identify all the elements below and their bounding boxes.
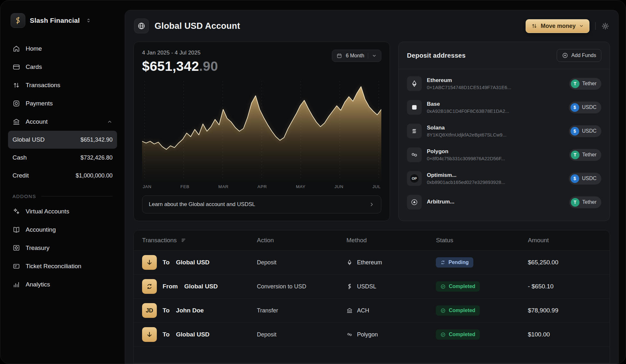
sidebar-item-label: Payments: [26, 100, 53, 107]
sidebar-account-credit[interactable]: Credit $1,000,000.00: [8, 167, 117, 185]
chevron-down-icon: [372, 53, 377, 58]
sidebar-item-label: Home: [26, 45, 42, 52]
globe-icon: [134, 19, 149, 33]
sidebar-item-label: Ticket Reconciliation: [26, 263, 81, 270]
conversion-icon: [142, 279, 157, 294]
sidebar-item-cards[interactable]: Cards: [8, 58, 117, 76]
balance-cents: .90: [199, 59, 218, 74]
deposit-arrow-icon: [142, 255, 157, 270]
table-row[interactable]: To Global USD Deposit Ethereum Pending $…: [134, 251, 610, 275]
deposit-row-base[interactable]: Base 0xA92B18C1D4F0F8C63B78E1DA2... $ US…: [399, 95, 610, 119]
card-icon: [13, 63, 20, 71]
sidebar-item-analytics[interactable]: Analytics: [8, 275, 117, 294]
tx-counterparty: Global USD: [184, 283, 218, 290]
plus-circle-icon: [562, 52, 568, 59]
deposit-title: Deposit addresses: [407, 52, 466, 59]
optimism-icon: OP: [407, 171, 422, 186]
network-address: 0×1ABC7154748D1CE5149F7A31E6...: [427, 85, 511, 90]
network-name: Arbitrum...: [427, 199, 454, 205]
avatar: JD: [142, 303, 157, 318]
home-icon: [13, 45, 20, 53]
sidebar-item-label: Transactions: [26, 82, 60, 89]
period-selector[interactable]: 6 Month: [332, 50, 381, 62]
tx-action: Deposit: [257, 331, 346, 338]
sidebar-item-transactions[interactable]: Transactions: [8, 76, 117, 94]
token-badge: $ USDC: [569, 125, 601, 137]
tx-action: Deposit: [257, 259, 346, 266]
balance-chart-card: 4 Jan 2025 - 4 Jul 2025 $651,342.90 6 Mo…: [133, 42, 390, 221]
bank-icon: [13, 118, 20, 126]
table-row[interactable]: To Global USD Deposit Polygon Completed …: [134, 323, 610, 347]
main-panel: Global USD Account Move money 4 Jan 2025…: [125, 10, 619, 364]
header-divider: [595, 22, 596, 30]
workspace-name: Slash Financial: [30, 17, 80, 24]
account-balance: $651,342.90: [80, 136, 113, 143]
polygon-icon: [346, 331, 353, 338]
add-funds-button[interactable]: Add Funds: [557, 49, 601, 62]
move-money-button[interactable]: Move money: [526, 19, 589, 33]
sidebar-item-account[interactable]: Account: [8, 112, 117, 131]
tx-amount: $100.00: [528, 331, 601, 338]
check-circle-icon: [440, 284, 446, 289]
tx-direction: From: [163, 283, 178, 290]
arrows-updown-icon: [13, 81, 20, 89]
column-amount: Amount: [528, 237, 601, 244]
sidebar-item-label: Accounting: [26, 226, 56, 233]
x-tick: APR: [258, 184, 267, 189]
top-cards-row: 4 Jan 2025 - 4 Jul 2025 $651,342.90 6 Mo…: [125, 34, 618, 221]
token-name: USDC: [582, 176, 596, 181]
period-divider: [368, 53, 368, 59]
table-row[interactable]: JD To John Doe Transfer ACH Completed $7…: [134, 299, 610, 323]
sidebar: Slash Financial Home Cards Transactions …: [0, 0, 125, 364]
column-transactions: Transactions: [142, 237, 177, 244]
sidebar-item-accounting[interactable]: Accounting: [8, 220, 117, 239]
deposit-row-ethereum[interactable]: Ethereum 0×1ABC7154748D1CE5149F7A31E6...…: [399, 72, 610, 95]
deposit-row-arbitrum[interactable]: Arbitrum... T Tether: [399, 190, 610, 214]
account-label: Cash: [13, 154, 27, 161]
tx-method-name: USDSL: [357, 283, 376, 290]
workspace-switcher[interactable]: Slash Financial: [8, 13, 117, 28]
table-row[interactable]: From Global USD Conversion to USD USDSL …: [134, 275, 610, 299]
filter-icon[interactable]: [181, 237, 187, 244]
chart-canvas: [142, 79, 381, 181]
learn-banner[interactable]: Learn about the Global account and USDSL: [142, 195, 381, 213]
sidebar-item-virtual-accounts[interactable]: Virtual Accounts: [8, 202, 117, 220]
tx-counterparty: John Doe: [176, 307, 204, 314]
token-badge: T Tether: [569, 78, 601, 90]
tether-icon: T: [571, 79, 579, 88]
network-info: Optimism... 0xb8901acb165ed027e329893928…: [427, 172, 505, 185]
sidebar-item-ticket-reconciliation[interactable]: Ticket Reconciliation: [8, 257, 117, 275]
account-label: Credit: [13, 172, 29, 179]
sidebar-account-cash[interactable]: Cash $732,426.80: [8, 149, 117, 167]
sidebar-item-payments[interactable]: Payments: [8, 94, 117, 112]
tx-amount: $65,250.00: [528, 259, 601, 266]
tx-direction: To: [163, 259, 170, 266]
sidebar-item-label: Treasury: [26, 244, 49, 252]
network-name: Optimism...: [427, 172, 505, 178]
status-badge: Pending: [436, 257, 473, 268]
deposit-row-optimism[interactable]: OP Optimism... 0xb8901acb165ed027e329893…: [399, 167, 610, 190]
x-tick: MAR: [218, 184, 229, 189]
network-name: Base: [427, 101, 509, 107]
page-header: Global USD Account Move money: [125, 10, 618, 34]
tx-action: Transfer: [257, 307, 346, 314]
sidebar-item-treasury[interactable]: Treasury: [8, 239, 117, 257]
sparkle-icon: [13, 208, 20, 215]
check-circle-icon: [440, 332, 446, 337]
polygon-icon: [407, 147, 422, 162]
deposit-row-solana[interactable]: Solana 8Y1KQ8XtfmUdjkfA2eBpt67SLCw9... $…: [399, 119, 610, 143]
bank-icon: [346, 307, 353, 314]
token-badge: $ USDC: [569, 102, 601, 113]
settings-gear-icon[interactable]: [601, 22, 609, 30]
x-tick: JUN: [334, 184, 343, 189]
usdc-icon: $: [571, 103, 579, 112]
sidebar-account-global-usd[interactable]: Global USD $651,342.90: [8, 131, 117, 149]
network-address: 0×8f04c75b331c3099876A22D56F...: [427, 156, 505, 161]
sidebar-item-home[interactable]: Home: [8, 39, 117, 58]
app-window: Slash Financial Home Cards Transactions …: [0, 0, 626, 364]
arbitrum-icon: [407, 195, 422, 210]
usdc-icon: $: [571, 174, 579, 183]
ticket-icon: [13, 262, 20, 270]
deposit-row-polygon[interactable]: Polygon 0×8f04c75b331c3099876A22D56F... …: [399, 143, 610, 167]
usdc-icon: $: [571, 127, 579, 136]
